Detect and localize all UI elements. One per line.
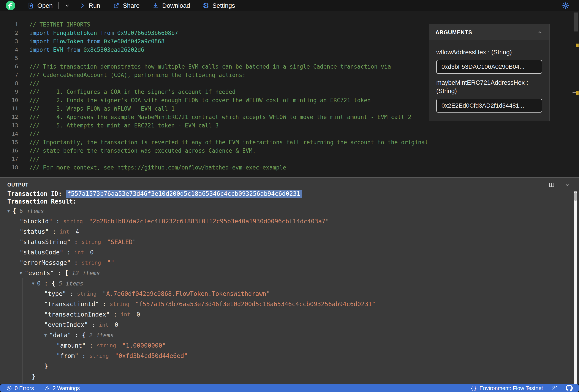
- transaction-id-label: Transaction ID:: [7, 190, 62, 197]
- code-link[interactable]: https://github.com/onflow/batched-evm-ex…: [117, 164, 286, 171]
- transaction-result-tree: ▼{6 items"blockId" : string "2b28cbfb87d…: [7, 206, 579, 384]
- json-key: "events": [25, 270, 54, 277]
- warnings-label: 2 Warnings: [53, 385, 80, 391]
- json-open-brace: {: [12, 207, 16, 215]
- json-type-label: string: [63, 218, 86, 224]
- json-row: "statusString" : string "SEALED": [20, 237, 579, 247]
- code-token: ///: [29, 131, 40, 137]
- json-row: "eventIndex" : int 0: [44, 320, 579, 330]
- warnings-status[interactable]: 2 Warnings: [44, 385, 80, 391]
- share-button[interactable]: Share: [113, 2, 140, 9]
- collapse-arrow-icon[interactable]: ▼: [44, 333, 47, 337]
- collapse-arrow-icon[interactable]: ▼: [32, 281, 34, 286]
- code-token: EVM: [53, 47, 63, 53]
- editor-scrollbar-thumb[interactable]: [574, 12, 578, 31]
- line-number: 7: [0, 72, 18, 78]
- feedback-person-icon[interactable]: [551, 385, 558, 391]
- output-scrollbar-thumb[interactable]: [574, 192, 577, 201]
- code-text: /// 4. Approves the example MaybeMintERC…: [18, 114, 411, 120]
- settings-label: Settings: [213, 2, 235, 9]
- argument-input-wflowAddressHex[interactable]: [436, 60, 542, 74]
- json-type-label: int: [60, 228, 72, 235]
- run-label: Run: [89, 2, 100, 9]
- collapse-output-chevron-icon[interactable]: [564, 181, 570, 188]
- json-items-count: 5 items: [59, 384, 83, 385]
- chevron-up-icon[interactable]: [537, 29, 543, 35]
- json-row: "amount" : string "1.00000000": [57, 340, 579, 351]
- download-button[interactable]: Download: [152, 2, 190, 9]
- json-children: ▼0 : {5 items"type" : string "A.7e60df04…: [22, 278, 579, 384]
- json-colon: :: [71, 332, 82, 339]
- code-token: // TESTNET IMPORTS: [29, 21, 90, 28]
- code-line: 18/// For more context, see https://gith…: [0, 163, 579, 172]
- split-panel-icon[interactable]: [548, 181, 555, 188]
- github-icon[interactable]: [566, 385, 573, 392]
- open-button[interactable]: Open: [27, 2, 53, 9]
- json-row: ▼{6 items: [7, 206, 579, 216]
- overview-gray-mark: [573, 92, 576, 93]
- download-label: Download: [162, 2, 190, 9]
- flow-logo[interactable]: [6, 1, 15, 10]
- settings-button[interactable]: ⚙ Settings: [203, 2, 235, 9]
- transaction-result-label: Transaction Result:: [7, 198, 76, 205]
- play-icon: [79, 2, 85, 9]
- json-close-brace: }: [44, 363, 48, 370]
- code-line: 16/// state before the transaction was e…: [0, 146, 579, 155]
- arguments-header[interactable]: ARGUMENTS: [429, 24, 549, 40]
- open-dropdown-button[interactable]: [64, 2, 70, 9]
- json-value: "f557a1573b76aa53e73d46f3e10d200d5c18a65…: [135, 301, 376, 308]
- code-text: /// 3. Wraps FLOW as WFLOW - EVM call 1: [18, 106, 175, 112]
- status-bar: 0 Errors 2 Warnings {} Environment: Flow…: [0, 384, 579, 392]
- code-line: 13/// 5. Attempts to mint an ERC721 toke…: [0, 121, 579, 130]
- line-number: 13: [0, 122, 18, 128]
- theme-toggle-sun-icon[interactable]: [562, 2, 570, 9]
- code-text: /// 1. Configures a COA in the signer's …: [18, 89, 235, 95]
- code-token: /// For more context, see: [29, 164, 117, 171]
- json-row: ▼"data" : {2 items: [44, 330, 579, 340]
- json-colon: :: [99, 301, 110, 308]
- code-token: /// state before the transaction was exe…: [29, 148, 256, 154]
- json-key: "transactionId": [44, 301, 99, 308]
- code-text: /// 2. Funds the signer's COA with enoug…: [18, 97, 371, 104]
- share-icon: [113, 2, 120, 9]
- line-number: 18: [0, 164, 18, 170]
- toolbar-divider: [58, 2, 59, 9]
- json-value: 0: [137, 311, 140, 318]
- json-key: "status": [20, 228, 49, 235]
- line-number: 3: [0, 38, 18, 44]
- argument-input-maybeMintERC721AddressHex[interactable]: [436, 99, 542, 112]
- environment-status[interactable]: {} Environment: Flow Testnet: [470, 385, 543, 391]
- code-text: import FungibleToken from 0x9a0766d93b66…: [18, 30, 178, 36]
- code-token: /// 1. Configures a COA in the signer's …: [29, 89, 235, 95]
- braces-icon: {}: [470, 385, 477, 391]
- collapse-arrow-icon[interactable]: ▼: [7, 209, 10, 213]
- transaction-result-line: Transaction Result:: [7, 198, 579, 205]
- json-colon: :: [49, 228, 60, 235]
- code-text: /// state before the transaction was exe…: [18, 148, 256, 154]
- share-label: Share: [123, 2, 140, 9]
- line-number: 17: [0, 156, 18, 162]
- errors-status[interactable]: 0 Errors: [6, 385, 34, 391]
- line-number: 4: [0, 47, 18, 53]
- code-token: import: [29, 30, 53, 36]
- json-key: "eventIndex": [44, 321, 88, 328]
- json-key: "blockId": [20, 218, 53, 225]
- arguments-panel: ARGUMENTS wflowAddressHex : (String) may…: [429, 24, 550, 121]
- json-close-brace: }: [32, 373, 36, 380]
- output-title: OUTPUT: [7, 182, 28, 188]
- code-token: ///: [29, 80, 40, 87]
- json-row: "status" : int 4: [20, 226, 579, 237]
- collapse-arrow-icon[interactable]: ▼: [20, 271, 22, 275]
- output-scrollbar-track[interactable]: [574, 191, 577, 384]
- run-button[interactable]: Run: [79, 2, 100, 9]
- code-token: import: [29, 47, 53, 53]
- json-close-row: }: [44, 361, 579, 371]
- code-text: import FlowToken from 0x7e60df042a9c0868: [18, 38, 164, 45]
- argument-label-maybeMintERC721AddressHex: maybeMintERC721AddressHex : (String): [436, 78, 542, 95]
- json-index: 0: [37, 280, 41, 287]
- json-value: "SEALED": [107, 238, 136, 246]
- json-type-label: string: [110, 301, 132, 307]
- line-number: 6: [0, 63, 18, 70]
- json-colon: :: [41, 383, 52, 385]
- code-token: /// CadenceOwnedAccount (COA), performin…: [29, 72, 246, 78]
